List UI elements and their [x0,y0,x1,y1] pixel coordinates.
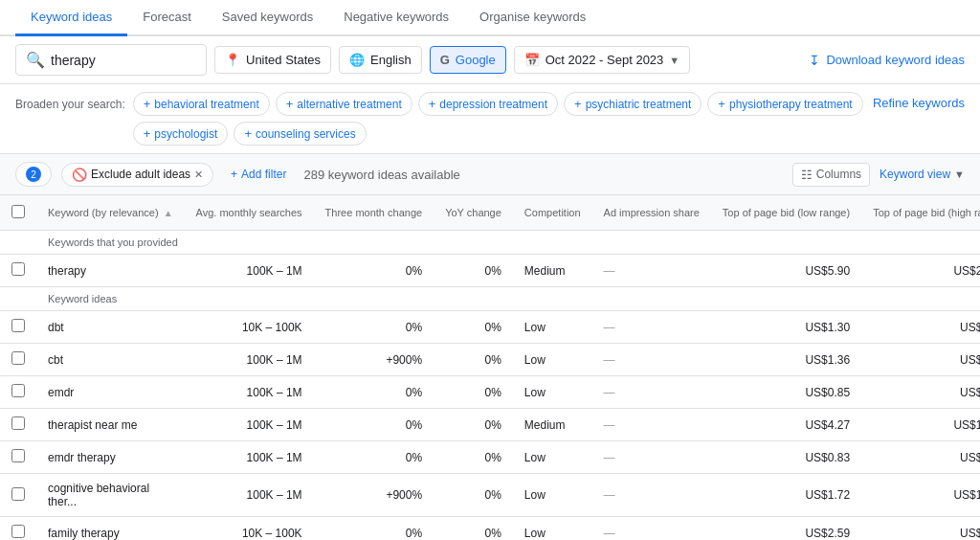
table-row: dbt 10K – 100K 0% 0% Low — US$1.30 US$5.… [0,311,980,344]
three-month-cell: 0% [314,376,434,409]
header-keyword[interactable]: Keyword (by relevance) ▲ [36,195,185,231]
columns-icon: ☷ [801,168,813,182]
chip-psychologist[interactable]: + psychologist [133,122,229,146]
filter-tag-label: Exclude adult ideas [91,168,190,181]
yoy-cell: 0% [434,517,513,541]
row-checkbox-cell [0,311,36,344]
bid-high-cell: US$20.20 [861,255,980,287]
keyword-view-button[interactable]: Keyword view ▼ [880,168,965,181]
competition-cell: Low [513,517,592,541]
keyword-view-label: Keyword view [880,168,950,181]
row-checkbox[interactable] [11,449,25,462]
chip-psychiatric-treatment[interactable]: + psychiatric treatment [564,92,702,116]
yoy-cell: 0% [434,376,513,409]
refine-keywords-button[interactable]: Refine keywords [873,92,965,110]
ad-impression-cell: — [592,474,711,517]
avg-searches-cell: 100K – 1M [185,344,314,376]
download-icon: ↧ [809,53,820,68]
bid-low-cell: US$0.85 [711,376,861,409]
row-checkbox[interactable] [11,487,25,501]
three-month-cell: 0% [314,311,434,344]
bid-low-cell: US$1.30 [711,311,861,344]
header-avg-searches[interactable]: Avg. monthly searches [185,195,314,231]
select-all-checkbox[interactable] [11,205,25,218]
yoy-cell: 0% [434,255,513,287]
bid-low-cell: US$1.72 [711,474,861,517]
google-icon: G [440,53,450,67]
nav-tabs: Keyword ideas Forecast Saved keywords Ne… [0,0,980,36]
row-checkbox[interactable] [11,319,25,332]
ad-impression-cell: — [592,376,711,409]
bid-low-cell: US$0.83 [711,441,861,474]
header-three-month[interactable]: Three month change [314,195,434,231]
three-month-cell: 0% [314,409,434,441]
row-checkbox[interactable] [11,384,25,397]
plus-icon: + [144,97,151,111]
table-row: cognitive behavioral ther... 100K – 1M +… [0,474,980,517]
download-button[interactable]: ↧ Download keyword ideas [809,53,965,68]
row-checkbox[interactable] [11,416,25,430]
columns-button[interactable]: ☷ Columns [792,163,870,187]
tab-keyword-ideas[interactable]: Keyword ideas [15,0,127,36]
close-icon[interactable]: ✕ [194,169,203,181]
yoy-cell: 0% [434,311,513,344]
header-bid-low[interactable]: Top of page bid (low range) [711,195,861,231]
bid-low-cell: US$4.27 [711,409,861,441]
broaden-label: Broaden your search: [15,92,125,111]
row-checkbox[interactable] [11,525,25,538]
tab-forecast[interactable]: Forecast [127,0,207,36]
chip-depression-treatment[interactable]: + depression treatment [418,92,558,116]
row-checkbox-cell [0,441,36,474]
yoy-cell: 0% [434,474,513,517]
plus-icon: + [231,168,237,181]
search-input[interactable] [51,53,166,68]
chip-counseling-services[interactable]: + counseling services [234,122,366,146]
tab-organise-keywords[interactable]: Organise keywords [464,0,601,36]
chip-physiotherapy-treatment[interactable]: + physiotherapy treatment [707,92,862,116]
table-row: cbt 100K – 1M +900% 0% Low — US$1.36 US$… [0,344,980,376]
header-ad-impression[interactable]: Ad impression share [592,195,711,231]
ad-impression-cell: — [592,311,711,344]
bid-low-cell: US$5.90 [711,255,861,287]
competition-cell: Low [513,474,592,517]
chip-behavioral-treatment[interactable]: + behavioral treatment [133,92,270,116]
platform-selector[interactable]: G Google [430,46,506,74]
broaden-search-bar: Broaden your search: + behavioral treatm… [0,84,980,154]
yoy-cell: 0% [434,441,513,474]
add-filter-button[interactable]: + Add filter [223,164,294,185]
row-checkbox[interactable] [11,351,25,365]
tab-saved-keywords[interactable]: Saved keywords [207,0,328,36]
search-box[interactable]: 🔍 [15,44,207,76]
three-month-cell: +900% [314,474,434,517]
tab-negative-keywords[interactable]: Negative keywords [328,0,464,36]
ad-impression-cell: — [592,344,711,376]
filter-icon-button[interactable]: 2 [15,162,52,187]
calendar-icon: 📅 [524,53,540,67]
competition-cell: Medium [513,409,592,441]
language-icon: 🌐 [349,53,365,67]
row-checkbox[interactable] [11,262,25,276]
search-icon: 🔍 [26,51,45,69]
filter-bar: 2 🚫 Exclude adult ideas ✕ + Add filter 2… [0,154,980,195]
competition-cell: Low [513,311,592,344]
header-competition[interactable]: Competition [513,195,592,231]
row-checkbox-cell [0,344,36,376]
keyword-table-container: Keyword (by relevance) ▲ Avg. monthly se… [0,195,980,540]
ad-impression-cell: — [592,441,711,474]
bid-low-cell: US$1.36 [711,344,861,376]
row-checkbox-cell [0,255,36,287]
plus-icon: + [718,97,725,111]
chip-alternative-treatment[interactable]: + alternative treatment [276,92,412,116]
date-range-selector[interactable]: 📅 Oct 2022 - Sept 2023 ▼ [514,46,690,74]
header-yoy[interactable]: YoY change [434,195,513,231]
table-row: therapy 100K – 1M 0% 0% Medium — US$5.90… [0,255,980,287]
location-selector[interactable]: 📍 United States [214,46,331,74]
platform-label: Google [456,53,496,67]
add-filter-label: Add filter [241,168,286,181]
broaden-chips: + behavioral treatment + alternative tre… [133,92,865,146]
language-selector[interactable]: 🌐 English [339,46,422,74]
bid-high-cell: US$10.37 [861,474,980,517]
header-bid-high[interactable]: Top of page bid (high range) [861,195,980,231]
header-checkbox-col [0,195,36,231]
avg-searches-cell: 100K – 1M [185,474,314,517]
